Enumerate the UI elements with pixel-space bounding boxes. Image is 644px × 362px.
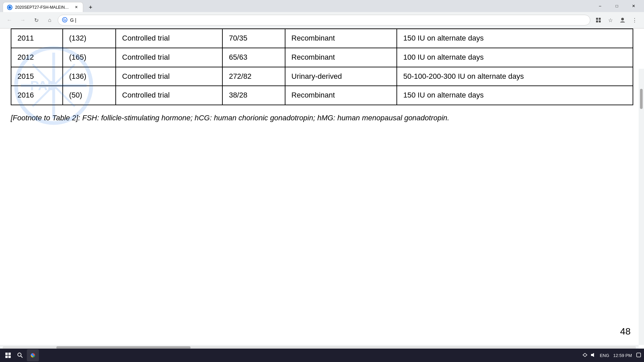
dose-cell: 150 IU on alternate days — [397, 86, 633, 105]
study-type-cell: Controlled trial — [116, 86, 222, 105]
page-content: PAD 2011(132)Controlled trial70/35Recomb… — [0, 28, 644, 350]
reload-button[interactable]: ↻ — [31, 15, 42, 25]
dose-cell: 150 IU on alternate days — [397, 29, 633, 48]
menu-button[interactable]: ⋮ — [629, 15, 640, 25]
sample-cell: (132) — [63, 29, 116, 48]
tab-label: 2020SEPT27-FSH-MALEINFERTIL... — [15, 5, 71, 10]
table-row: 2011(132)Controlled trial70/35Recombinan… — [11, 29, 633, 48]
volume-icon — [590, 352, 596, 359]
taskbar-search-button[interactable] — [15, 350, 25, 361]
url-input[interactable] — [70, 17, 586, 23]
year-cell: 2016 — [11, 86, 63, 105]
address-bar[interactable] — [58, 15, 590, 25]
notification-icon[interactable] — [636, 352, 641, 359]
fsh-type-cell: Recombinant — [285, 48, 397, 67]
maximize-button[interactable]: □ — [609, 1, 625, 11]
page-number: 48 — [620, 326, 631, 337]
footnote-text: [Footnote to Table 2]: FSH: follicle-sti… — [11, 114, 449, 122]
dose-cell: 50-100-200-300 IU on alternate days — [397, 67, 633, 86]
svg-rect-11 — [5, 356, 8, 358]
extensions-button[interactable] — [593, 15, 604, 25]
dose-cell: 100 IU on alternate days — [397, 48, 633, 67]
study-type-cell: Controlled trial — [116, 67, 222, 86]
ratio-cell: 70/35 — [222, 29, 285, 48]
study-type-cell: Controlled trial — [116, 29, 222, 48]
tab-close-button[interactable]: ✕ — [73, 5, 79, 10]
sample-cell: (136) — [63, 67, 116, 86]
year-cell: 2015 — [11, 67, 63, 86]
fsh-type-cell: Urinary-derived — [285, 67, 397, 86]
right-scrollbar-thumb[interactable] — [640, 89, 643, 109]
toolbar-icons: ☆ ⋮ — [593, 15, 640, 25]
svg-rect-16 — [591, 354, 592, 356]
taskbar-language: ENG — [600, 353, 609, 358]
new-tab-button[interactable]: + — [86, 3, 95, 12]
fsh-type-cell: Recombinant — [285, 86, 397, 105]
svg-rect-5 — [599, 20, 601, 22]
forward-button[interactable]: → — [17, 15, 28, 25]
network-icon — [582, 352, 588, 359]
fsh-type-cell: Recombinant — [285, 29, 397, 48]
start-button[interactable] — [3, 350, 13, 361]
bookmark-button[interactable]: ☆ — [605, 15, 616, 25]
data-table: 2011(132)Controlled trial70/35Recombinan… — [11, 28, 633, 105]
svg-point-6 — [621, 18, 624, 20]
close-button[interactable]: ✕ — [626, 1, 641, 11]
sample-cell: (50) — [63, 86, 116, 105]
taskbar: ENG 12:59 PM — [0, 349, 644, 362]
taskbar-system-icons — [582, 352, 596, 359]
ratio-cell: 272/82 — [222, 67, 285, 86]
study-type-cell: Controlled trial — [116, 48, 222, 67]
table-row: 2015(136)Controlled trial272/82Urinary-d… — [11, 67, 633, 86]
window-controls: – □ ✕ — [592, 1, 641, 11]
home-button[interactable]: ⌂ — [44, 15, 55, 25]
svg-rect-2 — [596, 18, 598, 20]
account-button[interactable] — [617, 15, 628, 25]
sample-cell: (165) — [63, 48, 116, 67]
year-cell: 2012 — [11, 48, 63, 67]
tab-bar: 2020SEPT27-FSH-MALEINFERTIL... ✕ + — [3, 0, 590, 12]
svg-rect-9 — [5, 353, 8, 355]
taskbar-chrome-app[interactable] — [27, 349, 39, 361]
back-button[interactable]: ← — [4, 15, 15, 25]
ratio-cell: 65/63 — [222, 48, 285, 67]
taskbar-time: 12:59 PM — [613, 353, 632, 358]
svg-line-14 — [21, 356, 22, 358]
taskbar-right: ENG 12:59 PM — [582, 352, 641, 359]
svg-rect-12 — [8, 356, 11, 358]
tab-favicon — [7, 5, 12, 10]
table-wrapper: 2011(132)Controlled trial70/35Recombinan… — [0, 28, 644, 105]
table-row: 2012(165)Controlled trial65/63Recombinan… — [11, 48, 633, 67]
ratio-cell: 38/28 — [222, 86, 285, 105]
google-icon — [62, 17, 67, 23]
svg-rect-17 — [637, 353, 641, 357]
browser-tab-active[interactable]: 2020SEPT27-FSH-MALEINFERTIL... ✕ — [3, 2, 83, 12]
minimize-button[interactable]: – — [592, 1, 608, 11]
address-bar-row: ← → ↻ ⌂ ☆ ⋮ — [0, 12, 644, 28]
svg-rect-4 — [596, 20, 598, 22]
svg-point-13 — [18, 353, 21, 356]
table-row: 2016(50)Controlled trial38/28Recombinant… — [11, 86, 633, 105]
title-bar: 2020SEPT27-FSH-MALEINFERTIL... ✕ + – □ ✕ — [0, 0, 644, 12]
svg-rect-10 — [8, 353, 11, 355]
svg-rect-3 — [599, 18, 601, 20]
footnote: [Footnote to Table 2]: FSH: follicle-sti… — [0, 105, 644, 130]
right-scrollbar[interactable] — [639, 69, 644, 345]
browser-chrome: 2020SEPT27-FSH-MALEINFERTIL... ✕ + – □ ✕… — [0, 0, 644, 28]
year-cell: 2011 — [11, 29, 63, 48]
